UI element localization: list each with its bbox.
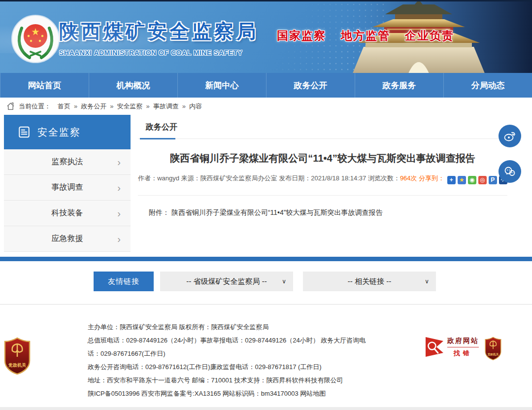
sidebar: 安全监察 监察执法 › 事故调查 › 科技装备 ›	[4, 115, 131, 252]
attachment-row: 附件： 陕西省铜川乔子梁煤业有限公司“11•4”较大煤与瓦斯突出事故调查报告	[138, 196, 507, 217]
tab-zhengwugongkai[interactable]: 政务公开	[146, 123, 177, 131]
sidebar-menu: 监察执法 › 事故调查 › 科技装备 › 应急救援 ›	[4, 149, 131, 252]
sidebar-item-label: 科技装备	[52, 208, 83, 218]
sidebar-title: 安全监察	[37, 126, 81, 139]
footer: 主办单位：陕西煤矿安全监察局 版权所有：陕西煤矿安全监察局总值班电话：029-8…	[0, 305, 532, 407]
footer-line: 政务公开咨询电话：029-87671612(工作日)廉政监督电话：029-876…	[88, 360, 366, 374]
footer-lines: 主办单位：陕西煤矿安全监察局 版权所有：陕西煤矿安全监察局总值班电话：029-8…	[88, 320, 366, 387]
site-subtitle: SHAANXI ADMINISTRATION OF COAL MINE SAFE…	[59, 49, 259, 57]
breadcrumb-separator: »	[110, 102, 113, 110]
section-tab-row: 政务公开	[138, 115, 507, 139]
viewport-bottom-strip	[0, 407, 532, 410]
svg-text:党政机关: 党政机关	[8, 363, 27, 368]
share-weibo-icon[interactable]: ◎	[478, 176, 487, 184]
breadcrumb-separator: »	[74, 102, 77, 110]
footer-line: 地址：西安市和平路东十一道巷六号 邮编：710001 技术支持：陕西昇科软件科技…	[88, 374, 366, 387]
article-meta: 作者：wangyd 来源：陕西煤矿安全监察局办公室 发布日期：2021/8/18…	[138, 174, 507, 184]
sidebar-item-label: 监察执法	[52, 157, 83, 167]
website-error-report-badge[interactable]: 政府网站 找错	[424, 333, 484, 361]
breadcrumb: 当前位置： 首页»政务公开»安全监察»事故调查»内容	[0, 98, 532, 115]
share-qzone-icon[interactable]: ★	[458, 176, 466, 184]
attachment-label: 附件：	[149, 208, 169, 216]
breadcrumb-link[interactable]: 首页	[58, 102, 70, 110]
nav-item[interactable]: 分局动态	[443, 73, 532, 98]
share-wechat-icon[interactable]: ◉	[468, 176, 476, 184]
chevron-right-icon: ›	[117, 183, 121, 193]
share-expand-icon[interactable]: +	[447, 176, 456, 184]
weibo-float-button[interactable]	[499, 125, 521, 147]
agency-emblem-logo	[11, 14, 60, 64]
nav-item[interactable]: 网站首页	[0, 73, 89, 98]
svg-text:党政机关: 党政机关	[487, 353, 499, 356]
sidebar-header: 安全监察	[4, 115, 131, 149]
article-content-panel: 政务公开 陕西省铜川乔子梁煤业有限公司“11•4”较大煤与瓦斯突出事故调查报告 …	[138, 115, 507, 217]
share-icon-bar: +★◉◎P✈	[447, 176, 507, 184]
views-label: 浏览次数：	[368, 174, 400, 182]
page: 陕西煤矿安全监察局 SHAANXI ADMINISTRATION OF COAL…	[0, 0, 532, 410]
nav-item[interactable]: 机构概况	[89, 73, 177, 98]
error-badge-line1: 政府网站	[447, 337, 479, 347]
error-badge-text: 政府网站 找错	[447, 337, 479, 358]
source-label: 来源：	[181, 174, 200, 182]
chevron-right-icon: ›	[117, 208, 121, 218]
nav-item[interactable]: 新闻中心	[177, 73, 266, 98]
friend-links-button[interactable]: 友情链接	[94, 272, 154, 291]
share-label: 分享到：	[419, 174, 444, 182]
slogan-text: 地方监管	[341, 28, 390, 43]
chevron-right-icon: ›	[117, 157, 121, 167]
breadcrumb-link[interactable]: 事故调查	[153, 102, 179, 110]
breadcrumb-link[interactable]: 政务公开	[81, 102, 106, 110]
footer-icp-line: 陕ICP备05013996 西安市网监备案号:XA13165 网站标识码：bm3…	[88, 387, 366, 400]
party-government-badge-left[interactable]: 党政机关	[4, 337, 31, 375]
site-title: 陕西煤矿安全监察局	[59, 18, 259, 45]
wechat-float-button[interactable]	[499, 160, 521, 183]
views-count: 964次	[400, 174, 417, 182]
slogan-text: 国家监察	[277, 28, 326, 43]
header-slogans: 国家监察地方监管企业负责	[277, 28, 454, 43]
provincial-bureaus-select[interactable]: -- 省级煤矿安全监察局 -- ∨	[160, 272, 293, 291]
main-nav: 网站首页机构概况新闻中心政务公开政务服务分局动态	[0, 73, 532, 98]
chevron-down-icon: ∨	[425, 278, 429, 285]
article-title: 陕西省铜川乔子梁煤业有限公司“11•4”较大煤与瓦斯突出事故调查报告	[138, 152, 507, 165]
error-flag-magnifier-icon	[424, 334, 445, 360]
date-value: 2021/8/18 18:14:37	[311, 174, 366, 182]
author-label: 作者：	[138, 174, 157, 182]
sidebar-menu-item[interactable]: 事故调查 ›	[4, 175, 131, 201]
sidebar-menu-item[interactable]: 科技装备 ›	[4, 201, 131, 226]
sidebar-menu-item[interactable]: 监察执法 ›	[4, 149, 131, 175]
footer-line: 主办单位：陕西煤矿安全监察局 版权所有：陕西煤矿安全监察局	[88, 320, 366, 334]
sidebar-item-label: 应急救援	[52, 234, 83, 244]
breadcrumb-link[interactable]: 内容	[189, 102, 202, 110]
related-select-value: -- 相关链接 --	[348, 277, 391, 286]
breadcrumb-label: 当前位置：	[19, 102, 51, 111]
chevron-down-icon: ∨	[282, 278, 286, 285]
attachment-link[interactable]: 陕西省铜川乔子梁煤业有限公司“11•4”较大煤与瓦斯突出事故调查报告	[171, 208, 383, 216]
author-value: wangyd	[157, 174, 179, 182]
error-badge-line2: 找错	[447, 349, 479, 358]
site-header-banner: 陕西煤矿安全监察局 SHAANXI ADMINISTRATION OF COAL…	[0, 0, 532, 73]
sitemap-link[interactable]: 网站地图	[300, 390, 326, 397]
footer-text-block: 主办单位：陕西煤矿安全监察局 版权所有：陕西煤矿安全监察局总值班电话：029-8…	[88, 320, 366, 400]
nav-item[interactable]: 政务服务	[355, 73, 443, 98]
nav-item[interactable]: 政务公开	[266, 73, 355, 98]
slogan-text: 企业负责	[405, 28, 454, 43]
breadcrumb-separator: »	[182, 102, 186, 110]
source-value: 陕西煤矿安全监察局办公室	[200, 174, 277, 182]
party-government-badge-right[interactable]: 党政机关	[485, 329, 501, 368]
footer-line: 总值班电话：029-87449126（24小时）事故举报电话：029-87449…	[88, 334, 366, 347]
section-divider-bar	[0, 257, 532, 261]
sidebar-item-label: 事故调查	[52, 182, 83, 193]
sidebar-menu-item[interactable]: 应急救援 ›	[4, 226, 131, 252]
home-icon[interactable]	[6, 102, 15, 111]
footer-line: 话：029-87671667(工作日)	[88, 347, 366, 360]
wechat-icon	[503, 165, 517, 178]
breadcrumb-link[interactable]: 安全监察	[117, 102, 142, 110]
related-links-select[interactable]: -- 相关链接 -- ∨	[303, 272, 436, 291]
breadcrumb-trail: 首页»政务公开»安全监察»事故调查»内容	[51, 102, 202, 111]
icp-text: 陕ICP备05013996 西安市网监备案号:XA13165 网站标识码：bm3…	[88, 390, 300, 397]
share-pengyou-icon[interactable]: P	[489, 176, 497, 184]
links-bar: 友情链接 -- 省级煤矿安全监察局 -- ∨ -- 相关链接 -- ∨	[0, 272, 532, 291]
breadcrumb-separator: »	[146, 102, 149, 110]
date-label: 发布日期：	[279, 174, 311, 182]
document-icon	[18, 126, 31, 138]
